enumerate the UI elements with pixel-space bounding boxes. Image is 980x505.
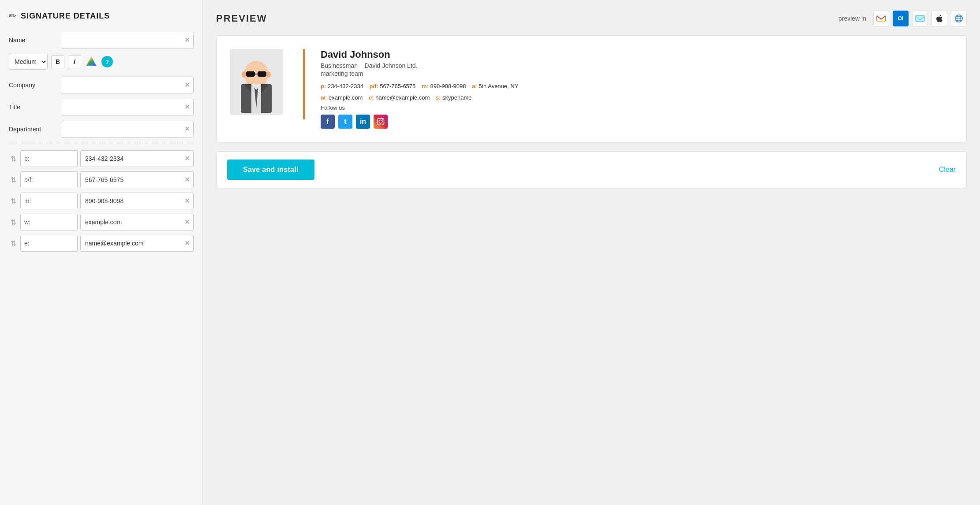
phone-clear-button-1[interactable]: ✕ (184, 176, 190, 183)
sig-follow-label: Follow us (321, 104, 953, 111)
sig-email-label: e: (369, 94, 374, 101)
phone-value-input-3[interactable] (80, 214, 194, 230)
globe-icon[interactable] (951, 11, 967, 26)
social-icons: f t in (321, 115, 953, 129)
help-button[interactable]: ? (101, 56, 113, 67)
svg-marker-2 (86, 57, 96, 66)
title-input[interactable] (61, 99, 194, 115)
sig-title-text: Businessman (321, 62, 358, 69)
phone-label-input-3[interactable] (20, 214, 78, 230)
sig-divider-bar (303, 49, 305, 119)
sig-title-company: Businessman David Johnson Ltd. (321, 62, 953, 69)
title-input-wrap: ✕ (61, 99, 194, 115)
name-clear-button[interactable]: ✕ (184, 37, 190, 44)
phone-row: ⇅ ✕ (9, 235, 194, 252)
sig-avatar (230, 49, 283, 115)
phone-row: ⇅ ✕ (9, 171, 194, 188)
phone-value-input-0[interactable] (80, 150, 194, 167)
phone-clear-button-2[interactable]: ✕ (184, 197, 190, 204)
department-label: Department (9, 126, 57, 133)
toolbar-row: Medium Small Large B I (9, 54, 194, 70)
phone-rows-container: ⇅ ✕ ⇅ ✕ ⇅ ✕ ⇅ ✕ (9, 150, 194, 252)
sig-email-value: name@example.com (375, 94, 430, 101)
svg-rect-4 (916, 15, 924, 22)
phone-value-wrap-1: ✕ (80, 171, 194, 188)
sig-contact-line1: p: 234-432-2334 p/f: 567-765-6575 m: 890… (321, 82, 953, 91)
preview-in-label: preview in (838, 15, 866, 22)
phone-value-input-1[interactable] (80, 171, 194, 188)
outlook-icon[interactable]: Ol (893, 11, 909, 26)
phone-label-input-4[interactable] (20, 235, 78, 252)
sig-skype-value: skypename (442, 94, 471, 101)
department-clear-button[interactable]: ✕ (184, 126, 190, 133)
sig-web-label: w: (321, 94, 327, 101)
phone-row: ⇅ ✕ (9, 214, 194, 230)
social-twitter-icon[interactable]: t (338, 115, 352, 129)
phone-value-wrap-0: ✕ (80, 150, 194, 167)
social-instagram-icon[interactable] (374, 115, 388, 129)
svg-point-19 (266, 71, 271, 78)
page-title: SIGNATURE DETAILS (21, 11, 110, 21)
sig-fax-value: 567-765-6575 (380, 83, 415, 89)
company-input[interactable] (61, 77, 194, 93)
drag-handle-3[interactable]: ⇅ (9, 218, 18, 227)
sig-phone-value: 234-432-2334 (328, 83, 363, 89)
phone-label-input-0[interactable] (20, 150, 78, 167)
drag-handle-1[interactable]: ⇅ (9, 176, 18, 184)
phone-value-input-4[interactable] (80, 235, 194, 252)
phone-label-input-1[interactable] (20, 171, 78, 188)
apple-mail-icon[interactable] (912, 11, 928, 26)
preview-in-row: preview in Ol (838, 11, 967, 26)
svg-point-18 (242, 71, 246, 78)
drag-handle-2[interactable]: ⇅ (9, 197, 18, 205)
action-row: Save and install Clear (216, 151, 967, 188)
apple-icon[interactable] (931, 11, 947, 26)
phone-clear-button-0[interactable]: ✕ (184, 155, 190, 162)
drag-handle-0[interactable]: ⇅ (9, 155, 18, 163)
name-row: Name ✕ (9, 32, 194, 48)
svg-rect-16 (258, 71, 266, 77)
svg-rect-15 (246, 71, 255, 77)
title-clear-button[interactable]: ✕ (184, 104, 190, 111)
font-size-select[interactable]: Medium Small Large (9, 54, 48, 70)
phone-value-wrap-2: ✕ (80, 193, 194, 209)
department-input-wrap: ✕ (61, 121, 194, 137)
sig-mobile-value: 890-908-9098 (430, 83, 466, 89)
social-linkedin-icon[interactable]: in (356, 115, 370, 129)
sig-web-value: example.com (329, 94, 363, 101)
svg-rect-25 (378, 119, 384, 125)
company-clear-button[interactable]: ✕ (184, 82, 190, 89)
sig-name: David Johnson (321, 49, 953, 60)
phone-value-input-2[interactable] (80, 193, 194, 209)
sig-mobile-label: m: (422, 83, 429, 89)
signature-card: David Johnson Businessman David Johnson … (216, 35, 967, 142)
save-install-button[interactable]: Save and install (227, 160, 314, 180)
clear-button[interactable]: Clear (939, 166, 956, 174)
italic-button[interactable]: I (68, 55, 81, 68)
title-row: Title ✕ (9, 99, 194, 115)
panel-title: ✏ SIGNATURE DETAILS (9, 11, 194, 21)
sig-department: marketing team (321, 70, 953, 77)
social-facebook-icon[interactable]: f (321, 115, 335, 129)
phone-clear-button-4[interactable]: ✕ (184, 240, 190, 247)
sig-fax-label: p/f: (370, 83, 378, 89)
department-input[interactable] (61, 121, 194, 137)
company-input-wrap: ✕ (61, 77, 194, 93)
phone-clear-button-3[interactable]: ✕ (184, 219, 190, 226)
preview-header: PREVIEW preview in Ol (216, 11, 967, 26)
company-label: Company (9, 82, 57, 89)
name-input[interactable] (61, 32, 194, 48)
preview-title: PREVIEW (216, 13, 267, 24)
gmail-icon[interactable] (873, 11, 889, 26)
department-row: Department ✕ (9, 121, 194, 137)
phone-value-wrap-4: ✕ (80, 235, 194, 252)
name-label: Name (9, 37, 57, 44)
drag-handle-4[interactable]: ⇅ (9, 239, 18, 248)
phone-label-input-2[interactable] (20, 193, 78, 209)
sig-skype-label: s: (436, 94, 441, 101)
color-picker-icon[interactable] (85, 55, 98, 68)
divider (9, 143, 194, 143)
name-input-wrap: ✕ (61, 32, 194, 48)
phone-row: ⇅ ✕ (9, 193, 194, 209)
bold-button[interactable]: B (51, 55, 64, 68)
